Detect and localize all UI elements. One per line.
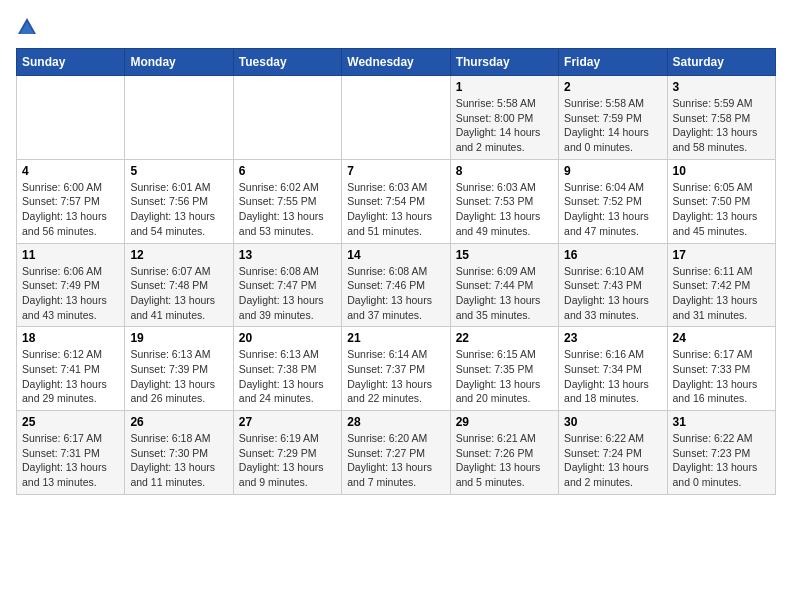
day-number: 17 [673,248,770,262]
calendar-week-row: 1Sunrise: 5:58 AM Sunset: 8:00 PM Daylig… [17,76,776,160]
calendar-cell: 7Sunrise: 6:03 AM Sunset: 7:54 PM Daylig… [342,159,450,243]
day-info: Sunrise: 6:03 AM Sunset: 7:54 PM Dayligh… [347,180,444,239]
calendar-cell: 14Sunrise: 6:08 AM Sunset: 7:46 PM Dayli… [342,243,450,327]
day-info: Sunrise: 6:06 AM Sunset: 7:49 PM Dayligh… [22,264,119,323]
calendar-table: SundayMondayTuesdayWednesdayThursdayFrid… [16,48,776,495]
day-info: Sunrise: 6:01 AM Sunset: 7:56 PM Dayligh… [130,180,227,239]
day-number: 28 [347,415,444,429]
day-number: 29 [456,415,553,429]
weekday-header-saturday: Saturday [667,49,775,76]
day-info: Sunrise: 6:05 AM Sunset: 7:50 PM Dayligh… [673,180,770,239]
day-number: 11 [22,248,119,262]
day-info: Sunrise: 6:14 AM Sunset: 7:37 PM Dayligh… [347,347,444,406]
weekday-header-sunday: Sunday [17,49,125,76]
calendar-cell: 13Sunrise: 6:08 AM Sunset: 7:47 PM Dayli… [233,243,341,327]
day-number: 21 [347,331,444,345]
calendar-cell: 28Sunrise: 6:20 AM Sunset: 7:27 PM Dayli… [342,411,450,495]
calendar-cell: 17Sunrise: 6:11 AM Sunset: 7:42 PM Dayli… [667,243,775,327]
calendar-cell: 8Sunrise: 6:03 AM Sunset: 7:53 PM Daylig… [450,159,558,243]
weekday-header-row: SundayMondayTuesdayWednesdayThursdayFrid… [17,49,776,76]
calendar-cell [125,76,233,160]
day-number: 23 [564,331,661,345]
day-info: Sunrise: 6:18 AM Sunset: 7:30 PM Dayligh… [130,431,227,490]
calendar-cell: 27Sunrise: 6:19 AM Sunset: 7:29 PM Dayli… [233,411,341,495]
calendar-cell: 12Sunrise: 6:07 AM Sunset: 7:48 PM Dayli… [125,243,233,327]
calendar-cell: 21Sunrise: 6:14 AM Sunset: 7:37 PM Dayli… [342,327,450,411]
calendar-cell: 24Sunrise: 6:17 AM Sunset: 7:33 PM Dayli… [667,327,775,411]
day-info: Sunrise: 6:19 AM Sunset: 7:29 PM Dayligh… [239,431,336,490]
calendar-cell: 25Sunrise: 6:17 AM Sunset: 7:31 PM Dayli… [17,411,125,495]
logo [16,16,42,38]
day-info: Sunrise: 5:58 AM Sunset: 8:00 PM Dayligh… [456,96,553,155]
day-number: 20 [239,331,336,345]
day-number: 12 [130,248,227,262]
calendar-week-row: 18Sunrise: 6:12 AM Sunset: 7:41 PM Dayli… [17,327,776,411]
calendar-cell: 29Sunrise: 6:21 AM Sunset: 7:26 PM Dayli… [450,411,558,495]
calendar-cell: 19Sunrise: 6:13 AM Sunset: 7:39 PM Dayli… [125,327,233,411]
day-info: Sunrise: 6:17 AM Sunset: 7:31 PM Dayligh… [22,431,119,490]
calendar-cell: 11Sunrise: 6:06 AM Sunset: 7:49 PM Dayli… [17,243,125,327]
day-number: 18 [22,331,119,345]
day-number: 8 [456,164,553,178]
day-info: Sunrise: 6:11 AM Sunset: 7:42 PM Dayligh… [673,264,770,323]
calendar-cell: 6Sunrise: 6:02 AM Sunset: 7:55 PM Daylig… [233,159,341,243]
day-number: 27 [239,415,336,429]
page-header [16,16,776,38]
day-info: Sunrise: 6:00 AM Sunset: 7:57 PM Dayligh… [22,180,119,239]
day-number: 16 [564,248,661,262]
calendar-cell: 23Sunrise: 6:16 AM Sunset: 7:34 PM Dayli… [559,327,667,411]
calendar-cell: 3Sunrise: 5:59 AM Sunset: 7:58 PM Daylig… [667,76,775,160]
weekday-header-tuesday: Tuesday [233,49,341,76]
logo-icon [16,16,38,38]
day-info: Sunrise: 6:03 AM Sunset: 7:53 PM Dayligh… [456,180,553,239]
day-info: Sunrise: 6:10 AM Sunset: 7:43 PM Dayligh… [564,264,661,323]
day-number: 14 [347,248,444,262]
calendar-cell [17,76,125,160]
day-info: Sunrise: 6:13 AM Sunset: 7:38 PM Dayligh… [239,347,336,406]
calendar-week-row: 11Sunrise: 6:06 AM Sunset: 7:49 PM Dayli… [17,243,776,327]
calendar-cell: 4Sunrise: 6:00 AM Sunset: 7:57 PM Daylig… [17,159,125,243]
day-info: Sunrise: 6:09 AM Sunset: 7:44 PM Dayligh… [456,264,553,323]
day-number: 4 [22,164,119,178]
day-number: 13 [239,248,336,262]
day-info: Sunrise: 6:02 AM Sunset: 7:55 PM Dayligh… [239,180,336,239]
day-number: 9 [564,164,661,178]
day-number: 19 [130,331,227,345]
day-number: 15 [456,248,553,262]
day-info: Sunrise: 6:13 AM Sunset: 7:39 PM Dayligh… [130,347,227,406]
calendar-cell [342,76,450,160]
day-info: Sunrise: 6:08 AM Sunset: 7:47 PM Dayligh… [239,264,336,323]
day-number: 25 [22,415,119,429]
day-number: 2 [564,80,661,94]
day-info: Sunrise: 6:07 AM Sunset: 7:48 PM Dayligh… [130,264,227,323]
day-number: 7 [347,164,444,178]
calendar-cell: 26Sunrise: 6:18 AM Sunset: 7:30 PM Dayli… [125,411,233,495]
weekday-header-monday: Monday [125,49,233,76]
calendar-cell: 15Sunrise: 6:09 AM Sunset: 7:44 PM Dayli… [450,243,558,327]
day-info: Sunrise: 6:16 AM Sunset: 7:34 PM Dayligh… [564,347,661,406]
day-info: Sunrise: 6:22 AM Sunset: 7:24 PM Dayligh… [564,431,661,490]
weekday-header-thursday: Thursday [450,49,558,76]
calendar-cell: 20Sunrise: 6:13 AM Sunset: 7:38 PM Dayli… [233,327,341,411]
day-number: 31 [673,415,770,429]
day-info: Sunrise: 6:17 AM Sunset: 7:33 PM Dayligh… [673,347,770,406]
day-info: Sunrise: 6:22 AM Sunset: 7:23 PM Dayligh… [673,431,770,490]
day-number: 6 [239,164,336,178]
weekday-header-wednesday: Wednesday [342,49,450,76]
day-number: 22 [456,331,553,345]
day-number: 10 [673,164,770,178]
day-number: 30 [564,415,661,429]
calendar-cell: 9Sunrise: 6:04 AM Sunset: 7:52 PM Daylig… [559,159,667,243]
day-number: 26 [130,415,227,429]
weekday-header-friday: Friday [559,49,667,76]
day-number: 3 [673,80,770,94]
calendar-cell: 16Sunrise: 6:10 AM Sunset: 7:43 PM Dayli… [559,243,667,327]
day-info: Sunrise: 6:12 AM Sunset: 7:41 PM Dayligh… [22,347,119,406]
day-info: Sunrise: 6:20 AM Sunset: 7:27 PM Dayligh… [347,431,444,490]
day-info: Sunrise: 6:08 AM Sunset: 7:46 PM Dayligh… [347,264,444,323]
calendar-cell: 10Sunrise: 6:05 AM Sunset: 7:50 PM Dayli… [667,159,775,243]
calendar-cell [233,76,341,160]
day-number: 1 [456,80,553,94]
day-number: 5 [130,164,227,178]
calendar-cell: 31Sunrise: 6:22 AM Sunset: 7:23 PM Dayli… [667,411,775,495]
